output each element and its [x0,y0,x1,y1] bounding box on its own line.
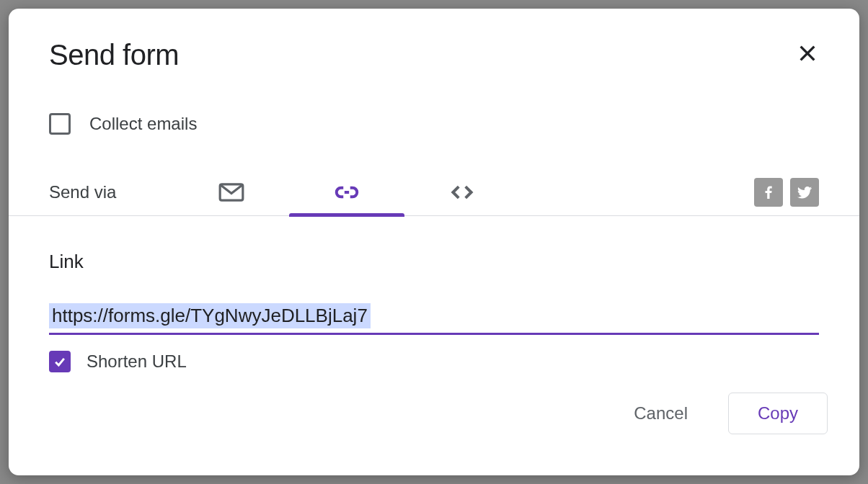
shorten-url-label: Shorten URL [87,351,187,372]
code-icon [448,179,476,206]
twitter-share-button[interactable] [790,178,819,207]
link-url-input[interactable]: https://forms.gle/TYgNwyJeDLLBjLaj7 [49,303,371,328]
send-via-row: Send via [9,135,859,215]
copy-button[interactable]: Copy [728,393,828,434]
send-via-tabs [174,169,520,215]
collect-emails-row: Collect emails [9,73,859,135]
social-share-icons [754,178,819,207]
send-via-label: Send via [49,182,116,202]
tab-embed[interactable] [404,169,520,215]
link-section-label: Link [49,251,819,273]
tab-email[interactable] [174,169,289,215]
shorten-url-checkbox[interactable] [49,351,71,372]
dialog-title: Send form [49,39,179,71]
tab-link[interactable] [289,169,404,215]
link-section: Link https://forms.gle/TYgNwyJeDLLBjLaj7 [9,216,859,335]
facebook-icon [760,184,777,201]
shorten-url-row: Shorten URL [9,335,859,372]
link-icon [333,179,360,206]
collect-emails-label: Collect emails [89,114,197,134]
dialog-footer: Cancel Copy [9,372,859,460]
collect-emails-checkbox[interactable] [49,113,71,135]
send-form-dialog: Send form Collect emails Send via [9,9,859,475]
facebook-share-button[interactable] [754,178,783,207]
twitter-icon [796,184,813,201]
cancel-button[interactable]: Cancel [619,395,702,432]
link-input-wrapper: https://forms.gle/TYgNwyJeDLLBjLaj7 [49,303,819,335]
close-button[interactable] [790,36,825,73]
dialog-header: Send form [9,9,859,73]
email-icon [218,179,245,206]
close-icon [796,42,819,65]
